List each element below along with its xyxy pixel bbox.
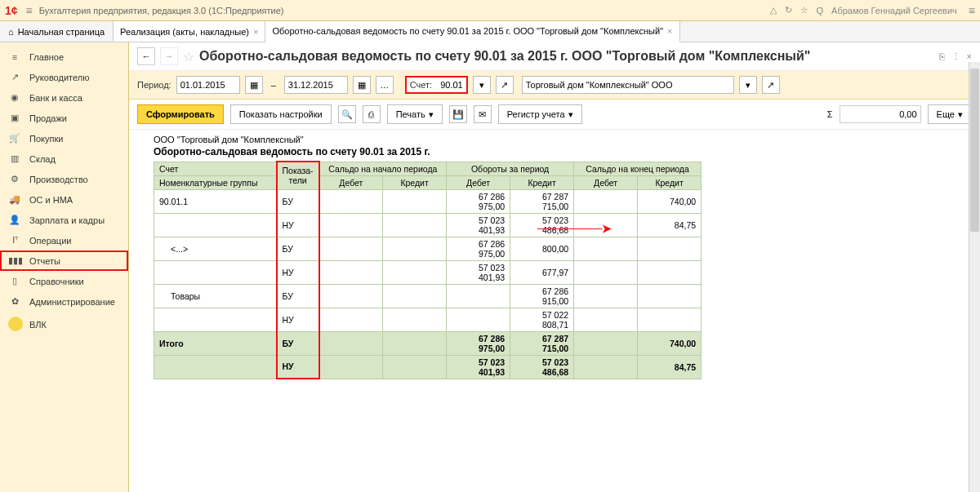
logo-1c: 1¢ bbox=[5, 4, 18, 17]
sidebar-admin[interactable]: ✿Администрирование bbox=[0, 291, 128, 312]
account-field: Счет: 90.01 bbox=[405, 76, 468, 94]
vlk-icon bbox=[8, 317, 21, 333]
sidebar-reports[interactable]: ▮▮▮Отчеты bbox=[0, 250, 128, 271]
report-title: Оборотно-сальдовая ведомость по счету 90… bbox=[137, 146, 972, 161]
more-button[interactable]: Еще▾ bbox=[928, 104, 972, 124]
sidebar-bank[interactable]: ◉Банк и касса bbox=[0, 87, 128, 108]
table-row[interactable]: НУ57 023 401,93677,97 bbox=[154, 260, 702, 284]
favorite-icon[interactable]: ☆ bbox=[183, 49, 194, 64]
total-row: НУ57 023 401,9357 023 486,6884,75 bbox=[154, 355, 702, 379]
sigma-icon: Σ bbox=[827, 109, 833, 119]
ops-icon: Ⅰᵀ bbox=[8, 235, 21, 246]
report-area: ООО "Торговый дом "Комплексный" Оборотно… bbox=[129, 130, 980, 492]
email-button[interactable]: ✉ bbox=[474, 105, 492, 123]
sidebar: ≡Главное ↗Руководителю ◉Банк и касса ▣Пр… bbox=[0, 42, 129, 492]
sum-value: 0,00 bbox=[840, 105, 921, 123]
star-icon[interactable]: ☆ bbox=[800, 5, 808, 16]
back-button[interactable]: ← bbox=[137, 47, 155, 65]
table-row[interactable]: <...>БУ67 286 975,00800,00 bbox=[154, 237, 702, 260]
tab-realization[interactable]: Реализация (акты, накладные) × bbox=[114, 21, 265, 42]
tag-icon: ▣ bbox=[8, 113, 21, 123]
calendar-icon[interactable]: ▦ bbox=[353, 76, 371, 94]
more-icon[interactable]: ⋮ bbox=[951, 51, 960, 62]
dropdown-icon[interactable]: ▾ bbox=[739, 76, 757, 94]
print-button[interactable]: Печать▾ bbox=[387, 104, 443, 124]
open-icon[interactable]: ↗ bbox=[496, 76, 514, 94]
gear-icon: ✿ bbox=[8, 296, 21, 307]
cart-icon: 🛒 bbox=[8, 133, 21, 144]
org-input[interactable]: Торговый дом "Комплексный" ООО bbox=[522, 76, 734, 94]
table-row[interactable]: НУ57 023 401,9357 023 486,6884,75 bbox=[154, 213, 702, 237]
forward-button[interactable]: → bbox=[160, 47, 178, 65]
content: ← → ☆ Оборотно-сальдовая ведомость по сч… bbox=[129, 42, 980, 492]
period-select-button[interactable]: … bbox=[376, 76, 394, 94]
sidebar-sales[interactable]: ▣Продажи bbox=[0, 108, 128, 128]
table-row[interactable]: 90.01.1БУ67 286 975,0067 287 715,00740,0… bbox=[154, 189, 702, 213]
save-button[interactable]: 💾 bbox=[449, 105, 467, 123]
sidebar-hr[interactable]: 👤Зарплата и кадры bbox=[0, 210, 128, 230]
sidebar-stock[interactable]: ▥Склад bbox=[0, 148, 128, 169]
home-icon: ⌂ bbox=[8, 27, 14, 37]
gear-icon: ⚙ bbox=[8, 174, 21, 184]
register-button[interactable]: Регистр учета▾ bbox=[498, 104, 582, 124]
sidebar-manager[interactable]: ↗Руководителю bbox=[0, 67, 128, 87]
find-button[interactable]: 🔍 bbox=[338, 105, 356, 123]
date-from-input[interactable]: 01.01.2015 bbox=[176, 76, 240, 94]
calendar-icon[interactable]: ▦ bbox=[245, 76, 263, 94]
table-row[interactable]: ТоварыБУ67 286 915,00 bbox=[154, 284, 702, 308]
sidebar-main[interactable]: ≡Главное bbox=[0, 47, 128, 67]
tabs-bar: ⌂ Начальная страница Реализация (акты, н… bbox=[0, 21, 980, 42]
account-input[interactable]: 90.01 bbox=[437, 80, 463, 90]
chart-icon: ↗ bbox=[8, 72, 21, 82]
sidebar-vlk[interactable]: ВЛК bbox=[0, 312, 128, 338]
settings-button[interactable]: Показать настройки bbox=[230, 104, 332, 124]
stock-icon: ▥ bbox=[8, 153, 21, 164]
dropdown-icon[interactable]: ▾ bbox=[473, 76, 491, 94]
sidebar-production[interactable]: ⚙Производство bbox=[0, 169, 128, 189]
person-icon: 👤 bbox=[8, 215, 21, 225]
search-icon[interactable]: Q bbox=[817, 6, 824, 16]
bar-icon: ▮▮▮ bbox=[8, 255, 21, 266]
app-title: Бухгалтерия предприятия, редакция 3.0 (1… bbox=[39, 6, 284, 16]
history-icon[interactable]: ↻ bbox=[785, 5, 792, 16]
bell-icon[interactable]: △ bbox=[770, 5, 777, 16]
total-row: ИтогоБУ67 286 975,0067 287 715,00740,00 bbox=[154, 331, 702, 355]
sidebar-refs[interactable]: ▯Справочники bbox=[0, 271, 128, 291]
sidebar-os[interactable]: 🚚ОС и НМА bbox=[0, 189, 128, 210]
link-icon[interactable]: ⎘ bbox=[939, 51, 945, 62]
report-table: Счет Показа- тели Сальдо на начало перио… bbox=[154, 161, 702, 379]
tab-osv[interactable]: Оборотно-сальдовая ведомость по счету 90… bbox=[265, 21, 679, 42]
open-icon[interactable]: ↗ bbox=[762, 76, 780, 94]
close-icon[interactable]: × bbox=[253, 27, 258, 37]
user-menu-icon[interactable]: ≡ bbox=[969, 4, 975, 17]
menu-icon[interactable]: ≡ bbox=[26, 4, 33, 17]
home-tab[interactable]: ⌂ Начальная страница bbox=[0, 21, 114, 42]
sidebar-purchases[interactable]: 🛒Покупки bbox=[0, 128, 128, 148]
date-to-input[interactable]: 31.12.2015 bbox=[284, 76, 348, 94]
filter-button[interactable]: ⎙ bbox=[363, 105, 381, 123]
page-title: Оборотно-сальдовая ведомость по счету 90… bbox=[199, 49, 810, 64]
period-label: Период: bbox=[137, 80, 172, 90]
list-icon: ≡ bbox=[8, 52, 21, 62]
top-bar: 1¢ ≡ Бухгалтерия предприятия, редакция 3… bbox=[0, 0, 980, 21]
sidebar-operations[interactable]: ⅠᵀОперации bbox=[0, 230, 128, 250]
user-name[interactable]: Абрамов Геннадий Сергеевич bbox=[831, 6, 957, 16]
truck-icon: 🚚 bbox=[8, 194, 21, 205]
table-row[interactable]: НУ57 022 808,71 bbox=[154, 308, 702, 331]
report-org: ООО "Торговый дом "Комплексный" bbox=[137, 133, 972, 146]
bank-icon: ◉ bbox=[8, 92, 21, 103]
book-icon: ▯ bbox=[8, 276, 21, 286]
close-icon[interactable]: × bbox=[667, 26, 672, 36]
scrollbar[interactable] bbox=[969, 62, 980, 492]
form-button[interactable]: Сформировать bbox=[137, 104, 224, 124]
close-icon[interactable]: × bbox=[967, 51, 972, 62]
